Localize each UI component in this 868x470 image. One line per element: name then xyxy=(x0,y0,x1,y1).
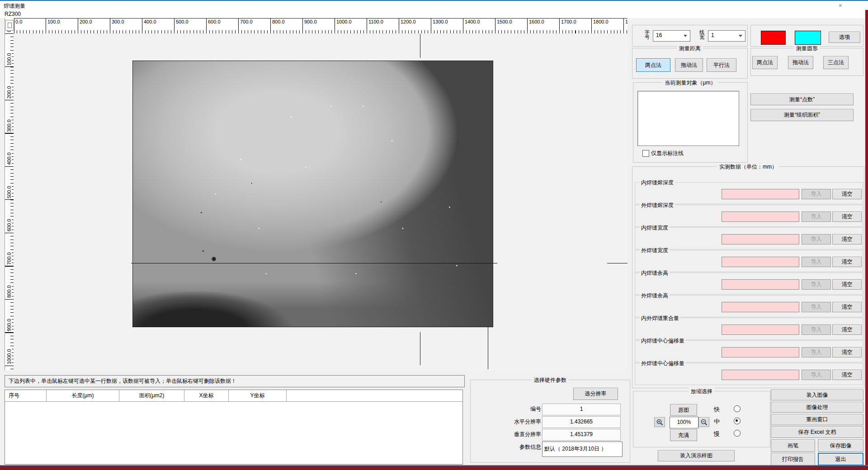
measurement-value-input[interactable] xyxy=(722,302,799,312)
fit-button[interactable]: 充满 xyxy=(670,429,697,441)
color-options-group: 选项 xyxy=(750,25,863,47)
circle-method-button[interactable]: 三点法 xyxy=(823,56,849,69)
measurement-value-input[interactable] xyxy=(722,234,799,244)
results-table[interactable]: 序号长度(μm)面积(μm2)X坐标Y坐标 xyxy=(5,390,463,465)
select-resolution-button[interactable]: 选分辨率 xyxy=(573,388,618,400)
current-object-title: 当前测量对象（μm） xyxy=(663,79,718,87)
clear-button[interactable]: 清空 xyxy=(832,324,862,335)
measure-distance-title: 测量距离 xyxy=(677,45,703,52)
table-column-header[interactable]: 长度(μm) xyxy=(47,390,119,401)
import-button[interactable]: 导入 xyxy=(802,279,831,290)
clear-button[interactable]: 清空 xyxy=(832,302,862,312)
action-button[interactable]: 打印报告 xyxy=(771,453,815,465)
clear-button[interactable]: 清空 xyxy=(832,212,862,222)
action-button[interactable]: 装入图像 xyxy=(771,390,863,400)
distance-method-button[interactable]: 两点法 xyxy=(636,58,670,72)
zoom-out-icon[interactable] xyxy=(698,417,709,427)
window-edge-bottom xyxy=(0,466,868,470)
ruler-left-label: 700.0 xyxy=(6,252,12,265)
action-button[interactable]: 画笔 xyxy=(771,439,815,452)
ruler-left-label: 900.0 xyxy=(6,318,12,332)
menu-item-rz300[interactable]: RZ300 xyxy=(5,11,21,17)
hardware-field-value[interactable]: 1 xyxy=(542,404,621,415)
import-button[interactable]: 导入 xyxy=(802,234,831,244)
window-title: 焊缝测量 xyxy=(4,2,25,10)
circle-method-button[interactable]: 两点法 xyxy=(752,56,778,69)
load-demo-button[interactable]: 装入演示样图 xyxy=(658,450,735,461)
distance-method-button[interactable]: 拖动法 xyxy=(675,58,703,72)
action-button[interactable]: 退出 xyxy=(818,453,863,465)
measurement-value-input[interactable] xyxy=(722,324,799,335)
import-button[interactable]: 导入 xyxy=(802,189,831,199)
font-size-select[interactable]: 16 xyxy=(653,30,690,42)
chevron-down-icon xyxy=(684,35,687,37)
measurement-value-input[interactable] xyxy=(722,279,799,290)
weld-specimen-image[interactable] xyxy=(132,61,493,327)
clear-button[interactable]: 清空 xyxy=(832,189,862,199)
close-icon[interactable]: × xyxy=(833,1,848,10)
action-button[interactable]: 保存 Excel 文档 xyxy=(771,426,863,438)
line-width-select[interactable]: 1 xyxy=(708,30,745,42)
secondary-color-swatch[interactable] xyxy=(795,31,821,45)
image-canvas[interactable] xyxy=(14,33,627,371)
measurement-value-input[interactable] xyxy=(722,189,799,199)
import-button[interactable]: 导入 xyxy=(802,302,831,312)
marker-line-vertical-top xyxy=(420,34,420,58)
import-button[interactable]: 导入 xyxy=(802,257,831,267)
speed-radio[interactable] xyxy=(734,430,741,437)
ruler-top-label: 300.0 xyxy=(111,19,125,24)
hardware-field-value[interactable]: 默认（ 2018年3月10日 ） xyxy=(542,442,623,457)
measurement-value-input[interactable] xyxy=(722,347,799,357)
chevron-down-icon xyxy=(739,35,742,37)
measurement-value-input[interactable] xyxy=(722,212,799,222)
zoom-percent-field[interactable]: 100% xyxy=(670,417,698,428)
hardware-field-value[interactable]: 1.451379 xyxy=(542,429,621,441)
measure-points-button[interactable]: 测量“点数” xyxy=(750,94,854,105)
import-button[interactable]: 导入 xyxy=(802,212,831,222)
table-column-header[interactable]: 面积(μm2) xyxy=(119,390,184,401)
hardware-field-label: 编号 xyxy=(471,404,541,414)
table-column-header[interactable]: X坐标 xyxy=(184,390,229,401)
ruler-top-label: 1600.0 xyxy=(528,19,545,24)
measurement-value-input[interactable] xyxy=(722,257,799,267)
ruler-top-label: 1000.0 xyxy=(336,19,352,24)
measurement-value-input[interactable] xyxy=(722,370,799,380)
clear-button[interactable]: 清空 xyxy=(832,257,862,267)
import-button[interactable]: 导入 xyxy=(802,324,831,335)
zoom-in-icon[interactable] xyxy=(654,417,665,427)
measurement-row: 内焊缝熔深度导入清空 xyxy=(635,182,863,204)
circle-method-button[interactable]: 拖动法 xyxy=(788,56,813,69)
options-button[interactable]: 选项 xyxy=(829,32,860,43)
measured-data-title: 实测数据（单位：mm） xyxy=(717,163,779,171)
measurement-row: 外焊缝中心偏移量导入清空 xyxy=(635,363,863,385)
table-column-header[interactable]: 序号 xyxy=(5,390,47,401)
line-width-value: 1 xyxy=(711,32,714,38)
clear-button[interactable]: 清空 xyxy=(832,279,862,290)
ruler-left-label: 800.0 xyxy=(6,285,12,298)
hardware-field-label: 垂直分辨率 xyxy=(471,429,541,440)
only-annotation-checkbox[interactable] xyxy=(642,150,649,157)
hardware-field-value[interactable]: 1.432665 xyxy=(542,416,621,428)
clear-button[interactable]: 清空 xyxy=(832,234,862,244)
speed-radio[interactable] xyxy=(734,405,741,412)
clear-button[interactable]: 清空 xyxy=(832,370,862,380)
ruler-top-label: 1800.0 xyxy=(593,19,609,24)
action-button[interactable]: 重画窗口 xyxy=(771,414,863,425)
hardware-field-label: 参数信息 xyxy=(471,442,541,452)
primary-color-swatch[interactable] xyxy=(761,31,786,45)
speed-radio[interactable] xyxy=(734,418,741,424)
zoom-select-group: 放缩选择 原图 100% 充满 快中慢 xyxy=(633,391,770,447)
import-button[interactable]: 导入 xyxy=(802,370,831,380)
measure-area-button[interactable]: 测量“组织面积” xyxy=(750,109,854,121)
import-button[interactable]: 导入 xyxy=(802,347,831,357)
clear-button[interactable]: 清空 xyxy=(832,347,862,357)
instruction-bar: 下边列表中，单击鼠标左键可选中某一行数据，该数据可被导入；单击鼠标右键可删除该数… xyxy=(5,375,465,387)
current-object-listbox[interactable] xyxy=(637,91,739,146)
action-button[interactable]: 图像处理 xyxy=(771,402,863,413)
table-column-header[interactable]: Y坐标 xyxy=(229,390,287,401)
distance-method-button[interactable]: 平行法 xyxy=(707,58,736,72)
ruler-top-label: 1100.0 xyxy=(368,19,384,24)
original-size-button[interactable]: 原图 xyxy=(670,404,697,416)
marker-line-horizontal xyxy=(131,263,497,263)
action-button[interactable]: 保存图像 xyxy=(818,439,863,452)
